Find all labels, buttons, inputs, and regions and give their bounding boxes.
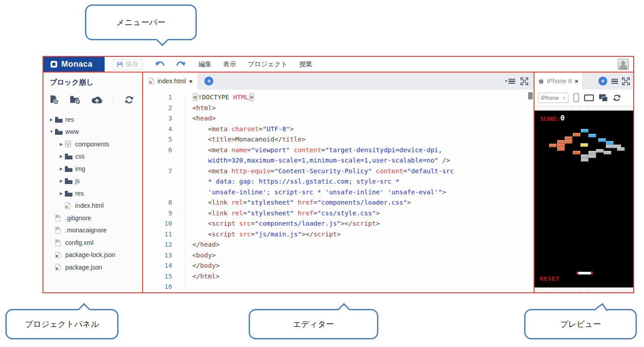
json-icon bbox=[55, 264, 64, 271]
monaca-logo-label: Monaca bbox=[61, 60, 93, 69]
line-number: 15 bbox=[143, 271, 184, 282]
preview-top-ruler bbox=[534, 106, 633, 111]
editor-scrollbar[interactable] bbox=[528, 92, 533, 99]
code-line: <html> bbox=[184, 103, 216, 114]
game-block bbox=[573, 151, 580, 154]
tree-item-config-xml[interactable]: config.xml bbox=[43, 236, 142, 249]
save-button-label: 保存 bbox=[126, 60, 138, 69]
tree-item-label: res bbox=[75, 190, 84, 197]
tree-item-www[interactable]: ▼www bbox=[43, 126, 142, 138]
tree-right-arrow-icon[interactable]: ▶ bbox=[58, 191, 65, 196]
tab-iphone-8[interactable]: iPhone 8 × bbox=[534, 73, 583, 90]
code-row: 8<link rel="stylesheet" href="components… bbox=[143, 197, 534, 208]
user-avatar-button[interactable] bbox=[618, 59, 629, 70]
tree-item--gitignore[interactable]: .gitignore bbox=[43, 212, 142, 224]
preview-bottom-ruler bbox=[534, 287, 633, 292]
line-number: 9 bbox=[143, 208, 184, 219]
game-block bbox=[606, 145, 614, 148]
game-block bbox=[589, 151, 596, 154]
code-row: 10<script src="components/loader.js"></s… bbox=[143, 218, 534, 229]
game-block bbox=[565, 140, 572, 144]
apple-icon bbox=[538, 78, 544, 84]
code-row: 3<head> bbox=[143, 113, 534, 124]
tree-right-arrow-icon[interactable]: ▶ bbox=[58, 179, 65, 183]
redo-icon[interactable] bbox=[175, 60, 186, 68]
tree-item-package-json[interactable]: package.json bbox=[43, 261, 142, 274]
monaca-logo[interactable]: Monaca bbox=[43, 57, 105, 72]
tree-down-arrow-icon[interactable]: ▼ bbox=[48, 129, 55, 134]
preview-refresh-icon[interactable] bbox=[613, 94, 621, 102]
landscape-phone-icon[interactable] bbox=[584, 94, 594, 101]
code-row: 'unsafe-inline'; script-src * 'unsafe-in… bbox=[143, 187, 534, 198]
reset-button[interactable]: RESET bbox=[540, 275, 559, 282]
line-number: 1 bbox=[143, 92, 184, 103]
menu-item[interactable]: 編集 bbox=[199, 60, 212, 69]
tree-right-arrow-icon[interactable]: ▶ bbox=[58, 167, 65, 171]
line-number bbox=[143, 176, 184, 187]
tree-item-label: config.xml bbox=[65, 239, 93, 246]
tab-index-html[interactable]: index.html × bbox=[143, 73, 198, 90]
code-line: </body> bbox=[184, 261, 220, 271]
callout-tail bbox=[78, 303, 90, 316]
chevron-down-icon: ∨ bbox=[563, 95, 566, 100]
upload-cloud-icon[interactable] bbox=[91, 95, 102, 104]
menu-item[interactable]: プロジェクト bbox=[248, 60, 288, 69]
game-block bbox=[589, 154, 596, 158]
tree-item--monacaignore[interactable]: .monacaignore bbox=[43, 224, 142, 237]
tree-item-package-lock-json[interactable]: package-lock.json bbox=[43, 249, 142, 261]
score-value: 0 bbox=[560, 114, 565, 122]
editor-menu-icon[interactable]: ▾ bbox=[505, 79, 515, 84]
folder-icon bbox=[65, 153, 74, 159]
tree-item-img[interactable]: ▶img bbox=[43, 163, 142, 175]
tree-right-arrow-icon[interactable]: ▶ bbox=[58, 154, 65, 159]
new-tab-button[interactable]: + bbox=[204, 77, 213, 86]
tree-right-arrow-icon[interactable]: ▶ bbox=[48, 117, 55, 122]
tree-item-res[interactable]: ▶res bbox=[43, 113, 142, 126]
tree-item-label: package.json bbox=[65, 264, 102, 271]
fullscreen-icon[interactable] bbox=[521, 77, 528, 85]
tree-item-js[interactable]: ▶js bbox=[43, 175, 142, 188]
new-folder-icon[interactable] bbox=[70, 95, 80, 105]
game-block bbox=[596, 149, 604, 153]
code-row: width=320,maximum-scale=1,minimum-scale=… bbox=[143, 155, 534, 166]
refresh-icon[interactable] bbox=[124, 95, 134, 105]
code-row: 4<meta charset="UTF-8"> bbox=[143, 124, 534, 135]
portrait-phone-icon[interactable] bbox=[573, 93, 579, 102]
new-preview-button[interactable]: + bbox=[598, 77, 607, 86]
tab-close-icon[interactable]: × bbox=[575, 78, 578, 85]
tab-close-icon[interactable]: × bbox=[189, 78, 193, 85]
game-block bbox=[598, 138, 606, 142]
preview-menu-icon[interactable] bbox=[611, 79, 618, 84]
file-tree: ▶res▼www▶jscomponents▶css▶img▶js▶resinde… bbox=[43, 113, 142, 274]
fullscreen-icon[interactable] bbox=[622, 77, 630, 85]
game-block bbox=[549, 144, 557, 147]
project-panel: ブロック崩し bbox=[42, 72, 143, 293]
tree-item-css[interactable]: ▶css bbox=[43, 150, 142, 163]
save-button[interactable]: 保存 bbox=[112, 59, 143, 70]
new-file-icon[interactable] bbox=[50, 95, 59, 105]
tree-item-res[interactable]: ▶res bbox=[43, 187, 142, 200]
tree-item-label: res bbox=[65, 116, 74, 123]
monaca-ide: Monaca 保存 bbox=[42, 56, 634, 293]
project-actions bbox=[50, 94, 138, 105]
game-block bbox=[606, 141, 614, 145]
callout-preview: プレビュー bbox=[524, 309, 637, 339]
code-row: 13<body> bbox=[143, 250, 534, 261]
paddle bbox=[576, 272, 593, 274]
menu-item[interactable]: 授業 bbox=[299, 60, 312, 69]
tree-item-index-html[interactable]: index.html bbox=[43, 200, 142, 212]
menu-bar: Monaca 保存 bbox=[42, 56, 634, 73]
tree-item-components[interactable]: ▶jscomponents bbox=[43, 138, 142, 150]
undo-icon[interactable] bbox=[155, 60, 165, 68]
code-editor[interactable]: 1<!DOCTYPE HTML>2<html>3<head>4<meta cha… bbox=[143, 90, 534, 292]
code-line: <title>Monacanoid</title> bbox=[184, 134, 305, 145]
tree-item-label: components bbox=[75, 141, 109, 148]
device-select[interactable]: iPhone ∨ bbox=[538, 93, 568, 103]
tree-right-arrow-icon[interactable]: ▶ bbox=[58, 142, 65, 146]
code-line: width=320,maximum-scale=1,minimum-scale=… bbox=[184, 155, 450, 166]
remote-debug-icon[interactable] bbox=[599, 94, 608, 102]
menu-item[interactable]: 表示 bbox=[223, 60, 236, 69]
line-number: 8 bbox=[143, 197, 184, 208]
line-number: 12 bbox=[143, 240, 184, 250]
code-line: <script src="js/main.js"></script> bbox=[184, 229, 341, 240]
